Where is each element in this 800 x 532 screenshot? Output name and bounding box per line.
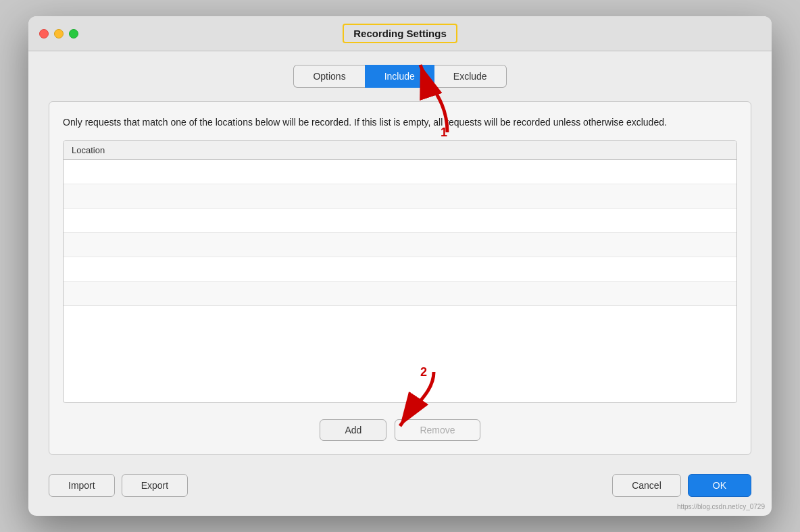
tab-exclude[interactable]: Exclude [434,65,507,88]
watermark: https://blog.csdn.net/cy_0729 [677,503,765,510]
window-title: Recording Settings [343,24,457,43]
import-button[interactable]: Import [49,474,115,497]
table-row[interactable] [64,257,736,282]
export-button[interactable]: Export [122,474,188,497]
titlebar: Recording Settings [28,16,772,51]
add-remove-row: 2 Add Remove [63,419,737,441]
tab-include[interactable]: Include [365,65,434,88]
table-row[interactable] [64,306,736,330]
maximize-button[interactable] [69,29,78,38]
cancel-button[interactable]: Cancel [612,474,681,497]
table-row[interactable] [64,160,736,184]
table-body [64,160,736,402]
bottom-left-buttons: Import Export [49,474,188,497]
window-content: Options Include Exclude 1 Only req [28,51,772,516]
tab-options[interactable]: Options [293,65,364,88]
close-button[interactable] [39,29,49,38]
table-row[interactable] [64,209,736,233]
remove-button[interactable]: Remove [395,419,480,441]
table-header-location: Location [64,141,736,160]
bottom-right-buttons: Cancel OK [612,474,751,497]
ok-button[interactable]: OK [688,474,751,497]
add-button[interactable]: Add [320,419,386,441]
description-text: Only requests that match one of the loca… [63,115,737,130]
traffic-lights [39,29,78,38]
bottom-bar: Import Export Cancel OK [49,466,751,502]
location-table: Location [63,140,737,403]
table-row[interactable] [64,282,736,306]
tab-bar: Options Include Exclude [293,65,506,88]
main-panel: Only requests that match one of the loca… [49,101,751,455]
recording-settings-window: Recording Settings Options Include Exclu… [28,16,772,516]
table-row[interactable] [64,184,736,209]
table-row[interactable] [64,233,736,257]
minimize-button[interactable] [54,29,64,38]
